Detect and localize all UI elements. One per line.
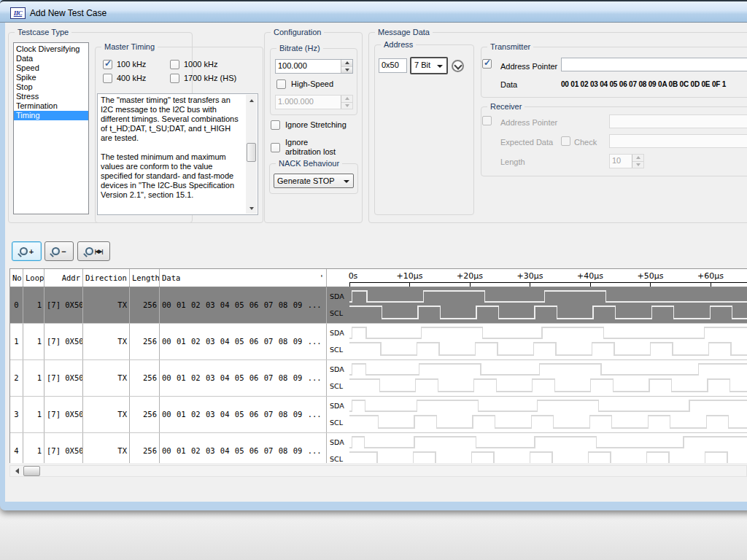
testcase-description-box[interactable]: The "master timing" test transfers an I2… [97,93,258,215]
cell-addr[interactable]: [7] 0X50 [44,324,83,359]
testcase-item-termination[interactable]: Termination [14,101,88,111]
cell-data[interactable]: 00 01 02 03 04 05 06 07 08 09 ... [160,397,327,432]
rx-address-pointer-input [609,114,747,128]
header-data[interactable]: Data' [160,269,327,287]
cell-addr[interactable]: [7] 0X50 [44,360,83,396]
checkbox-1000khz[interactable] [170,60,179,69]
configuration-caption: Configuration [271,28,324,37]
cell-length[interactable]: 256 [130,324,160,359]
cell-loop[interactable]: 1 [23,324,44,359]
header-length[interactable]: Length [130,269,160,287]
svg-text:SCL: SCL [330,382,344,390]
header-loop[interactable]: Loop [23,269,44,287]
cell-direction[interactable]: TX [83,324,130,359]
svg-text:SDA: SDA [330,329,344,337]
header-addr[interactable]: Addr [44,269,83,287]
description-scrollbar[interactable] [246,95,257,214]
magnifier-icon [52,247,60,255]
testcase-item-spike[interactable]: Spike [14,73,88,82]
checkbox-ignore-stretching[interactable] [271,120,280,130]
cell-length[interactable]: 256 [130,433,160,463]
address-mode-value: 7 Bit [414,61,430,69]
cell-loop[interactable]: 1 [23,433,44,463]
transmitter-caption: Transmitter [487,42,533,52]
zoom-in-button[interactable]: + [12,241,42,261]
testcase-item-data[interactable]: Data [14,54,88,63]
svg-text:SCL: SCL [330,346,344,354]
checkbox-ignore-arbitration[interactable] [271,143,280,152]
titlebar[interactable]: IIC Add New Test Case [0,0,747,23]
cell-data[interactable]: 00 01 02 03 04 05 06 07 08 09 ... [160,324,327,359]
horizontal-scrollbar[interactable] [9,465,747,477]
scroll-left-icon[interactable] [12,466,23,476]
header-no[interactable]: No [10,269,23,287]
testcase-item-timing[interactable]: Timing [14,111,88,120]
cell-addr[interactable]: [7] 0X50 [44,287,83,323]
testcase-item-stress[interactable]: Stress [14,92,88,101]
label-rx-address-pointer: Address Pointer [500,118,557,128]
cell-no[interactable]: 4 [10,433,23,463]
scrollbar-thumb[interactable] [247,143,256,162]
checkbox-400khz[interactable] [103,74,112,83]
bitrate-spin-buttons[interactable] [341,60,352,73]
cell-no[interactable]: 1 [10,324,23,359]
cell-direction[interactable]: TX [83,397,130,432]
bitrate-input[interactable]: 100.000 [275,59,353,74]
cell-no[interactable]: 3 [10,397,23,432]
zoom-fit-button[interactable]: |◀▶| [77,241,110,261]
scroll-up-icon[interactable] [246,95,257,106]
cell-data[interactable]: 00 01 02 03 04 05 06 07 08 09 ... [160,360,327,396]
cell-length[interactable]: 256 [130,360,160,396]
table-row-4[interactable]: 41[7] 0X50TX25600 01 02 03 04 05 06 07 0… [10,432,747,463]
scroll-down-icon[interactable] [246,203,257,214]
testcase-listbox[interactable]: Clock DiversifyingDataSpeedSpikeStopStre… [13,42,89,214]
message-data-caption: Message Data [375,28,433,37]
svg-text:+20µs: +20µs [457,271,483,281]
table-row-2[interactable]: 21[7] 0X50TX25600 01 02 03 04 05 06 07 0… [10,359,747,396]
cell-length[interactable]: 256 [130,287,160,323]
testcase-item-speed[interactable]: Speed [14,63,88,73]
testcase-item-clock-diversifying[interactable]: Clock Diversifying [14,44,88,54]
checkbox-tx-address-pointer[interactable] [482,59,492,69]
zoom-out-button[interactable]: − [44,241,74,261]
cell-data[interactable]: 00 01 02 03 04 05 06 07 08 09 ... [160,433,327,463]
scrollbar-thumb[interactable] [23,466,40,476]
checkbox-1700khz[interactable] [170,74,179,83]
cell-loop[interactable]: 1 [23,397,44,432]
zoom-out-glyph: − [61,247,66,256]
cell-direction[interactable]: TX [83,433,130,463]
address-expander-button[interactable] [452,60,464,72]
address-mode-combobox[interactable]: 7 Bit [410,57,448,74]
waveform-area: SDASCL [327,397,747,432]
high-speed-bitrate-input: 1.000.000 [275,95,353,109]
nack-combobox[interactable]: Generate STOP [274,174,354,188]
cell-no[interactable]: 2 [10,360,23,396]
label-length: Length [500,158,525,167]
cell-no[interactable]: 0 [10,287,23,323]
header-direction[interactable]: Direction [83,269,130,287]
cell-length[interactable]: 256 [130,397,160,432]
svg-text:SCL: SCL [330,309,344,317]
address-input[interactable]: 0x50 [379,58,407,73]
tx-address-pointer-input[interactable] [561,58,747,71]
cell-addr[interactable]: [7] 0X50 [44,397,83,432]
cell-direction[interactable]: TX [83,287,130,323]
cell-loop[interactable]: 1 [23,287,44,323]
checkbox-100khz[interactable] [103,60,112,69]
label-check: Check [574,138,597,147]
table-row-3[interactable]: 31[7] 0X50TX25600 01 02 03 04 05 06 07 0… [10,396,747,432]
cell-data[interactable]: 00 01 02 03 04 05 06 07 08 09 ... [160,287,327,323]
waveform-area: SDASCL [327,433,747,463]
receiver-caption: Receiver [487,102,525,112]
svg-text:SDA: SDA [330,402,344,410]
cell-loop[interactable]: 1 [23,360,44,396]
cell-direction[interactable]: TX [83,360,130,396]
svg-text:SDA: SDA [330,365,344,373]
svg-text:SDA: SDA [330,292,344,300]
checkbox-high-speed[interactable] [276,79,286,89]
svg-text:+30µs: +30µs [517,271,543,281]
testcase-item-stop[interactable]: Stop [14,82,88,92]
table-row-0[interactable]: 01[7] 0X50TX25600 01 02 03 04 05 06 07 0… [10,287,747,323]
cell-addr[interactable]: [7] 0X50 [44,433,83,463]
table-row-1[interactable]: 11[7] 0X50TX25600 01 02 03 04 05 06 07 0… [10,323,747,359]
